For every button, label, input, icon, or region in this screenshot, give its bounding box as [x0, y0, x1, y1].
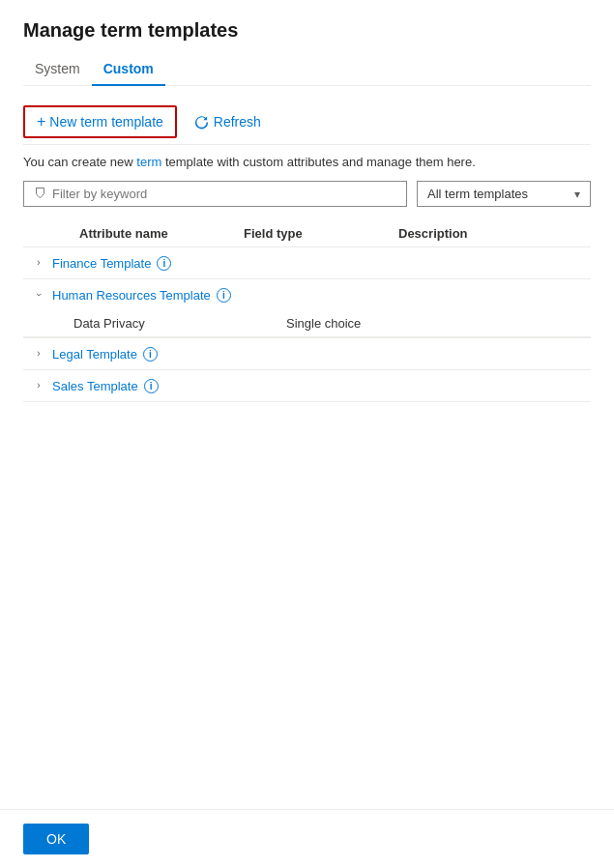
filter-input-wrapper[interactable]: ⛉ [23, 181, 407, 207]
tab-system[interactable]: System [23, 53, 92, 86]
plus-icon: + [37, 113, 45, 130]
hr-template-row[interactable]: › Human Resources Template i [23, 279, 591, 310]
table-row: › Finance Template i [23, 247, 591, 279]
refresh-button[interactable]: Refresh [185, 108, 271, 135]
table-row: › Human Resources Template i Data Privac… [23, 279, 591, 338]
expand-chevron-legal[interactable]: › [31, 346, 46, 362]
finance-info-icon[interactable]: i [157, 256, 171, 271]
filter-icon: ⛉ [34, 187, 46, 201]
expand-chevron-sales[interactable]: › [31, 378, 46, 393]
legal-attr-cell: › Legal Template i [31, 346, 244, 362]
legal-info-icon[interactable]: i [143, 347, 158, 362]
attribute-name-header: Attribute name [79, 226, 168, 241]
col-attribute-name: Attribute name [31, 226, 244, 241]
hr-template-link[interactable]: Human Resources Template [52, 288, 211, 303]
term-link[interactable]: term [136, 155, 161, 169]
filter-bar: ⛉ All term templates ▾ [23, 181, 591, 207]
new-template-label: New term template [49, 114, 162, 130]
new-term-template-button[interactable]: + New term template [23, 105, 177, 138]
expand-chevron-finance[interactable]: › [31, 255, 46, 271]
hr-child-row-data-privacy: Data Privacy Single choice [23, 310, 591, 337]
table: Attribute name Field type Description › … [23, 220, 591, 402]
collapse-chevron-hr[interactable]: › [31, 287, 46, 303]
table-header: Attribute name Field type Description [23, 220, 591, 247]
sales-info-icon[interactable]: i [144, 379, 159, 393]
legal-template-link[interactable]: Legal Template [52, 347, 137, 362]
tabs-bar: System Custom [23, 53, 591, 86]
toolbar: + New term template Refresh [23, 100, 591, 145]
bottom-bar: OK [0, 809, 614, 868]
sales-template-link[interactable]: Sales Template [52, 379, 138, 393]
table-row: › Legal Template i [23, 338, 591, 370]
description-header: Description [398, 226, 583, 241]
refresh-icon [194, 115, 209, 130]
legal-template-row[interactable]: › Legal Template i [23, 338, 591, 369]
data-privacy-attribute: Data Privacy [73, 316, 286, 331]
page-container: Manage term templates System Custom + Ne… [0, 0, 614, 479]
finance-attr-cell: › Finance Template i [31, 255, 244, 271]
chevron-down-icon: ▾ [574, 188, 580, 201]
finance-template-link[interactable]: Finance Template [52, 256, 151, 271]
sales-template-row[interactable]: › Sales Template i [23, 370, 591, 401]
dropdown-label: All term templates [427, 187, 528, 201]
sales-attr-cell: › Sales Template i [31, 378, 244, 393]
page-title: Manage term templates [23, 19, 591, 42]
all-term-templates-dropdown[interactable]: All term templates ▾ [417, 181, 591, 207]
tab-custom[interactable]: Custom [92, 53, 165, 86]
filter-keyword-input[interactable] [52, 187, 396, 201]
refresh-label: Refresh [214, 114, 261, 130]
hr-attr-cell: › Human Resources Template i [31, 287, 244, 303]
info-text: You can create new term template with cu… [23, 155, 591, 169]
data-privacy-field-type: Single choice [286, 316, 441, 331]
table-row: › Sales Template i [23, 370, 591, 402]
hr-info-icon[interactable]: i [217, 288, 231, 303]
field-type-header: Field type [244, 226, 398, 241]
ok-button[interactable]: OK [23, 824, 89, 854]
data-privacy-description [441, 316, 583, 331]
finance-template-row[interactable]: › Finance Template i [23, 247, 591, 278]
